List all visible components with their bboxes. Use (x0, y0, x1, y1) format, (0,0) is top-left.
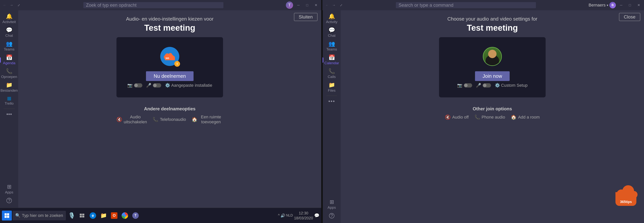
right-title-bar: ← → ⤢ Bernaers ▾ B ─ □ ✕ (322, 0, 644, 10)
close-button-left[interactable]: ✕ (312, 2, 319, 9)
sidebar-item-calendar-right[interactable]: 📅 Calendar (324, 53, 339, 67)
sidebar-more-right[interactable]: ••• (324, 97, 339, 105)
clock-time: 12:30 (294, 211, 313, 215)
controls-row-left: 📷 🎤 ⚙️ Aan (127, 83, 212, 88)
user-name-right: Bernaers (588, 3, 606, 8)
meeting-title-left: Test meeting (144, 23, 195, 33)
popout-button-left[interactable]: ⤢ (16, 3, 21, 8)
video-switch-left[interactable] (134, 83, 142, 88)
other-options-row-right: 🔇 Audio off 📞 Phone audio 🏠 Add a room (439, 115, 546, 120)
close-meeting-button-left[interactable]: Sluiten (294, 13, 318, 21)
audio-off-option-left[interactable]: 🔇 Audio uitschakelen (116, 115, 147, 124)
taskbar-task-view[interactable] (77, 211, 87, 220)
sidebar-more-left[interactable]: ••• (2, 110, 17, 118)
audio-off-option-right[interactable]: 🔇 Audio off (445, 115, 468, 120)
back-button-right[interactable]: ← (324, 3, 330, 8)
sidebar-item-chat-left[interactable]: 💬 Chat (2, 26, 17, 39)
right-sidebar: 🔔 Activity 💬 Chat 👥 Teams 📅 Calendar 📞 (322, 10, 341, 223)
taskbar-edge-icon[interactable]: e (88, 211, 98, 220)
windows-logo-icon (4, 213, 9, 218)
taskbar-teams-icon[interactable]: T (130, 211, 140, 220)
user-avatar-right[interactable]: B (609, 2, 616, 9)
maximize-button-right[interactable]: □ (626, 2, 633, 9)
trello-icon-left: ▦ (7, 96, 12, 101)
sidebar-item-files-right[interactable]: 📁 Files (324, 81, 339, 94)
svg-point-5 (168, 53, 172, 57)
apps-icon-right: ⊞ (330, 199, 334, 205)
taskbar-chrome-icon[interactable] (120, 211, 130, 220)
join-now-button-left[interactable]: Nu deelnemen (146, 71, 193, 81)
other-options-right: Other join options 🔇 Audio off 📞 Phone a… (439, 106, 546, 120)
sidebar-item-calendar-left[interactable]: 📅 Agenda (2, 53, 17, 67)
sidebar-item-trello-left[interactable]: ▦ Trello (2, 95, 17, 107)
chevron-down-icon-right: ▾ (607, 4, 608, 7)
tray-chevron[interactable]: ^ (278, 213, 280, 218)
notification-icon[interactable]: 💬 (314, 213, 319, 218)
sidebar-item-teams-left[interactable]: 👥 Teams (2, 40, 17, 53)
video-off-icon-left: 📷 (127, 83, 132, 88)
audio-off-icon-right: 🔇 (445, 115, 451, 120)
sidebar-bottom-right: ⊞ Apps ? (323, 198, 341, 223)
popout-button-right[interactable]: ⤢ (338, 3, 344, 8)
add-room-option-left[interactable]: 🏠 Een ruimte toevoegen (192, 115, 223, 124)
minimize-button-right[interactable]: ─ (618, 2, 624, 9)
sidebar-item-apps-left[interactable]: ⊞ Apps (2, 183, 17, 196)
add-room-icon-left: 🏠 (192, 117, 197, 122)
custom-setup-left[interactable]: ⚙️ Aangepaste installatie (165, 83, 212, 88)
sidebar-item-calls-right[interactable]: 📞 Calls (324, 67, 339, 80)
sidebar-item-activity-right[interactable]: 🔔 Activity (324, 12, 339, 26)
left-title-right: T ─ □ ✕ (286, 2, 319, 9)
phone-audio-icon-right: 📞 (474, 115, 480, 120)
mic-switch-left[interactable] (153, 83, 161, 88)
back-button-left[interactable]: ← (2, 3, 7, 8)
join-now-button-right[interactable]: Join now (475, 71, 510, 81)
sidebar-item-teams-right[interactable]: 👥 Teams (324, 40, 339, 53)
chat-icon-left: 💬 (6, 28, 12, 33)
add-room-option-right[interactable]: 🏠 Add a room (511, 115, 540, 120)
taskbar-office-icon[interactable]: O (109, 211, 119, 220)
taskbar-cortana[interactable]: 🎙️ (66, 211, 76, 220)
video-switch-right[interactable] (464, 83, 472, 88)
taskbar-search-text: Typ hier om te zoeken (22, 213, 63, 218)
sidebar-item-files-left[interactable]: 📁 Bestanden (2, 81, 17, 94)
svg-rect-7 (4, 213, 7, 215)
phone-audio-option-right[interactable]: 📞 Phone audio (474, 115, 505, 120)
svg-rect-12 (82, 214, 84, 215)
forward-button-right[interactable]: → (331, 3, 336, 8)
meeting-subtitle-right: Choose your audio and video settings for (448, 16, 538, 22)
user-menu-right[interactable]: Bernaers ▾ B (588, 2, 616, 9)
sidebar-item-calls-left[interactable]: 📞 Oproepen (2, 67, 17, 80)
svg-rect-8 (7, 213, 9, 215)
video-preview-left: 365 t Nu deelnemen 📷 (116, 37, 223, 97)
files-icon-right: 📁 (328, 82, 335, 88)
svg-rect-9 (4, 216, 7, 218)
custom-setup-right[interactable]: ⚙️ Custom Setup (495, 83, 528, 88)
custom-setup-label-left: Aangepaste installatie (171, 83, 212, 88)
sidebar-item-help-left[interactable]: ? (2, 196, 17, 205)
other-options-title-right: Other join options (439, 106, 546, 112)
taskbar-search-left[interactable]: 🔍 Typ hier om te zoeken (12, 211, 66, 220)
phone-audio-option-left[interactable]: 📞 Telefoonaudio (153, 115, 186, 124)
svg-text:365: 365 (166, 57, 169, 60)
maximize-button-left[interactable]: □ (304, 2, 310, 9)
sidebar-item-apps-right[interactable]: ⊞ Apps (324, 198, 339, 211)
sidebar-item-help-right[interactable]: ? (324, 211, 339, 220)
left-content-area: Sluiten Audio- en video-instellingen kie… (18, 10, 321, 208)
activity-icon-left: 🔔 (6, 14, 12, 19)
sidebar-item-activity-left[interactable]: 🔔 Activiteit (2, 12, 17, 26)
windows-start-button[interactable] (2, 211, 12, 220)
sidebar-item-chat-right[interactable]: 💬 Chat (324, 26, 339, 39)
svg-rect-14 (82, 216, 84, 217)
mic-switch-right[interactable] (482, 83, 491, 88)
search-input-right[interactable] (396, 2, 536, 8)
close-button-right[interactable]: ✕ (635, 2, 642, 9)
more-icon-right: ••• (328, 99, 335, 104)
forward-button-left[interactable]: → (9, 3, 14, 8)
search-input-left[interactable] (83, 2, 224, 8)
taskbar-explorer-icon[interactable]: 📁 (98, 211, 108, 220)
teams-avatar-left[interactable]: T (286, 2, 293, 9)
search-icon-taskbar: 🔍 (15, 213, 20, 218)
minimize-button-left[interactable]: ─ (295, 2, 302, 9)
taskbar-tray-left: ^ 🔊 NLD (278, 213, 293, 218)
close-meeting-button-right[interactable]: Close (619, 13, 640, 21)
